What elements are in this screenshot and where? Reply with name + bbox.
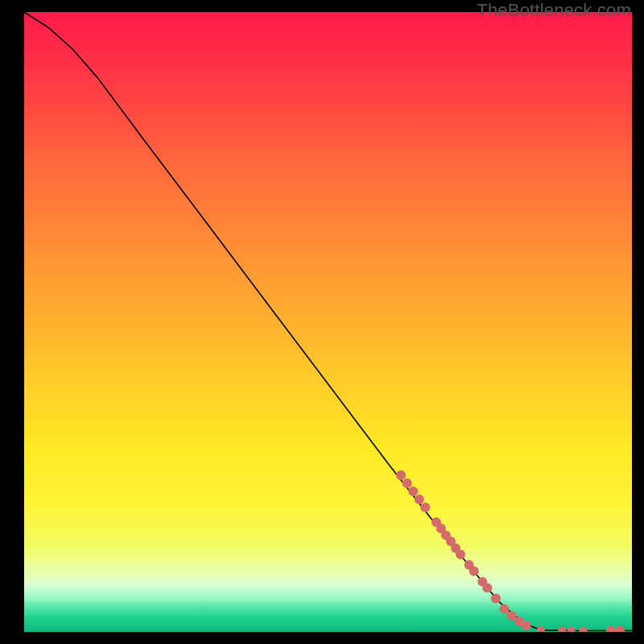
data-marker [408, 486, 418, 496]
data-marker [396, 470, 406, 480]
data-marker [402, 478, 412, 488]
data-marker [482, 583, 492, 592]
watermark-text: TheBottleneck.com [477, 0, 631, 21]
data-marker [522, 621, 531, 630]
data-marker [456, 550, 465, 559]
chart-frame: TheBottleneck.com [0, 0, 644, 644]
data-marker [420, 502, 430, 512]
data-marker [499, 605, 509, 614]
gradient-background [24, 12, 632, 632]
data-marker [415, 494, 424, 504]
chart-svg [24, 12, 632, 632]
data-marker [491, 593, 501, 603]
data-marker [469, 567, 479, 576]
plot-area [24, 12, 632, 632]
